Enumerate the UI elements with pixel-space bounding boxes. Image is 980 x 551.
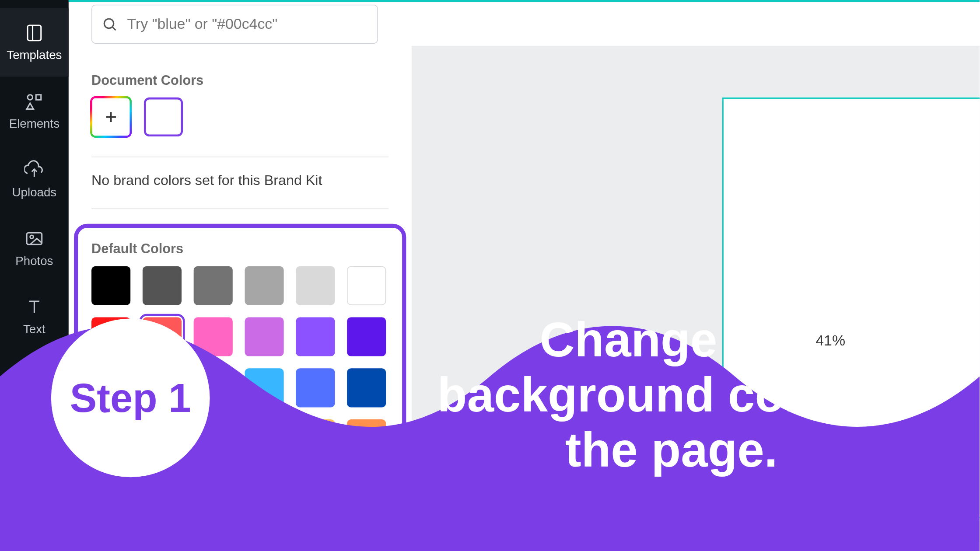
templates-icon [24,22,44,42]
nav-item-templates[interactable]: Templates [0,8,69,77]
photos-icon [24,228,44,248]
tutorial-instruction: Change the background color of the page. [403,312,939,477]
svg-rect-6 [27,232,42,244]
nav-label-photos: Photos [15,254,53,268]
document-colors-heading: Document Colors [91,73,388,88]
tutorial-step-badge: Step 1 [51,319,210,478]
svg-line-15 [112,27,116,30]
brand-kit-empty-message: No brand colors set for this Brand Kit [91,172,388,188]
svg-rect-0 [28,25,41,40]
nav-label-elements: Elements [9,117,60,131]
divider [91,208,388,209]
elements-icon [24,91,44,111]
svg-marker-4 [27,103,33,108]
tutorial-step-label: Step 1 [70,375,191,421]
add-color-button[interactable]: + [91,98,130,136]
color-search[interactable] [91,4,378,43]
nav-label-uploads: Uploads [12,185,57,199]
top-toolbar [69,0,980,46]
plus-icon: + [105,105,117,128]
nav-item-elements[interactable]: Elements [0,77,69,145]
divider [91,157,388,157]
color-search-input[interactable] [127,15,368,33]
nav-item-uploads[interactable]: Uploads [0,145,69,214]
svg-point-7 [30,235,34,238]
nav-label-templates: Templates [7,48,62,62]
default-colors-heading: Default Colors [91,241,388,257]
search-icon [102,16,118,32]
uploads-icon [24,160,44,180]
svg-point-14 [104,18,114,28]
svg-rect-3 [36,94,41,100]
svg-point-2 [28,94,33,100]
document-color-white[interactable] [144,98,183,136]
